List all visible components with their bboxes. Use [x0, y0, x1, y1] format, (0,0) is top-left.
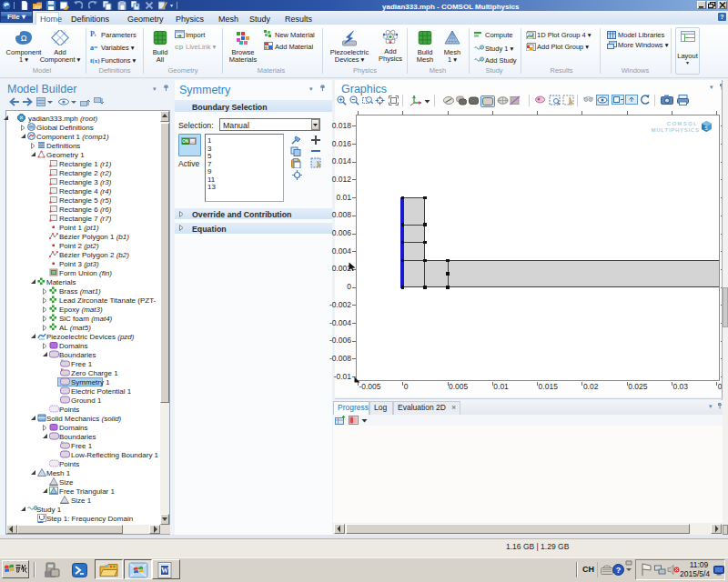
svg-text:?: ?: [616, 566, 622, 575]
svg-text:cp: cp: [175, 43, 183, 50]
svg-text:W: W: [161, 567, 168, 575]
svg-text:Pi: Pi: [90, 30, 96, 37]
svg-text:a=: a=: [90, 44, 98, 51]
svg-text:f(x): f(x): [90, 57, 100, 64]
svg-text:Ω: Ω: [21, 34, 27, 43]
